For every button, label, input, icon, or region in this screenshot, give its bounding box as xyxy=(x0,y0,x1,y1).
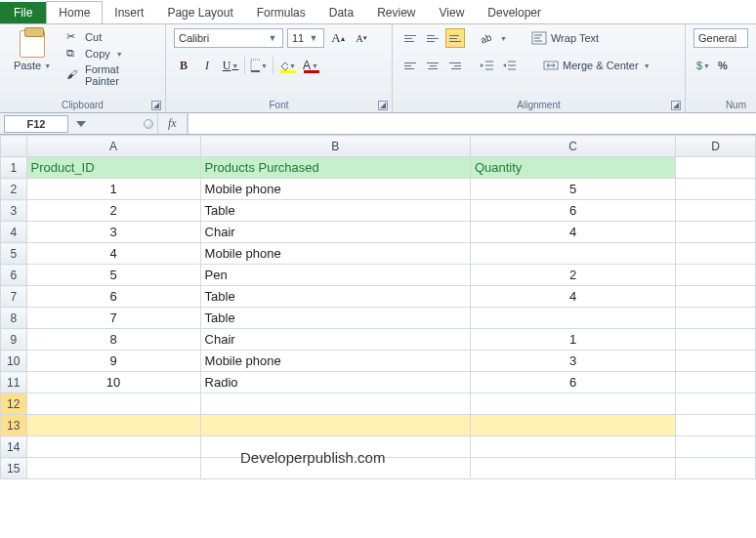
name-box[interactable]: F12 xyxy=(4,115,68,133)
wrap-text-button[interactable]: Wrap Text xyxy=(526,28,604,48)
align-left-button[interactable] xyxy=(400,56,420,75)
cut-button[interactable]: ✂Cut xyxy=(66,30,155,44)
cell[interactable] xyxy=(676,265,756,286)
cell[interactable]: Table xyxy=(200,286,470,308)
font-color-button[interactable]: A▼ xyxy=(301,56,320,75)
cell[interactable]: 10 xyxy=(26,372,200,393)
alignment-dialog-launcher[interactable]: ◢ xyxy=(671,101,681,110)
align-center-button[interactable] xyxy=(423,56,442,75)
cell[interactable]: 2 xyxy=(470,265,675,286)
cell[interactable]: Radio xyxy=(200,372,470,393)
cell[interactable] xyxy=(470,458,675,479)
font-name-combo[interactable]: Calibri▼ xyxy=(174,28,283,48)
cell[interactable]: 6 xyxy=(26,286,200,308)
cell[interactable]: 3 xyxy=(26,222,200,243)
row-header[interactable]: 9 xyxy=(1,329,27,351)
cell[interactable]: 5 xyxy=(470,179,675,200)
cell[interactable] xyxy=(26,458,200,479)
row-header[interactable]: 8 xyxy=(1,308,27,329)
fill-color-button[interactable]: ▼ xyxy=(277,56,297,75)
row-header[interactable]: 13 xyxy=(1,415,27,436)
row-header[interactable]: 7 xyxy=(1,286,27,308)
cell[interactable] xyxy=(26,436,200,458)
underline-button[interactable]: U▼ xyxy=(221,56,240,75)
cell[interactable]: Products Purchased xyxy=(200,157,470,179)
column-header-a[interactable]: A xyxy=(26,136,200,157)
name-box-handle[interactable] xyxy=(144,119,153,129)
cell[interactable]: Product_ID xyxy=(26,157,200,179)
tab-data[interactable]: Data xyxy=(317,2,365,23)
number-format-combo[interactable]: General xyxy=(693,28,748,48)
cell[interactable]: 3 xyxy=(470,351,675,372)
cell[interactable] xyxy=(676,372,756,393)
cell[interactable]: 4 xyxy=(470,222,675,243)
cell[interactable] xyxy=(200,415,470,436)
cell[interactable]: Mobile phone xyxy=(200,243,470,265)
cell[interactable]: 7 xyxy=(26,308,200,329)
cell[interactable] xyxy=(676,157,756,179)
tab-view[interactable]: View xyxy=(428,2,477,23)
cell[interactable]: 6 xyxy=(470,200,675,222)
border-button[interactable]: ▼ xyxy=(249,56,269,75)
row-header[interactable]: 15 xyxy=(1,458,27,479)
accounting-format-button[interactable]: $▼ xyxy=(693,56,713,75)
row-header[interactable]: 5 xyxy=(1,243,27,265)
cell[interactable]: Chair xyxy=(200,222,470,243)
copy-button[interactable]: ⧉Copy▼ xyxy=(66,47,155,61)
font-dialog-launcher[interactable]: ◢ xyxy=(378,101,388,110)
cell[interactable] xyxy=(676,200,756,222)
row-header[interactable]: 10 xyxy=(1,351,27,372)
cell[interactable] xyxy=(676,393,756,415)
grow-font-button[interactable]: A▴ xyxy=(328,28,348,48)
tab-developer[interactable]: Developer xyxy=(476,2,553,23)
row-header[interactable]: 11 xyxy=(1,372,27,393)
cell[interactable]: Pen xyxy=(200,265,470,286)
cell[interactable] xyxy=(470,243,675,265)
column-header-d[interactable]: D xyxy=(676,136,756,157)
align-top-button[interactable] xyxy=(400,28,420,48)
merge-center-button[interactable]: Merge & Center▼ xyxy=(538,56,655,75)
cell[interactable] xyxy=(676,243,756,265)
name-box-dropdown[interactable] xyxy=(76,121,86,127)
cell[interactable] xyxy=(676,351,756,372)
cell[interactable]: Table xyxy=(200,308,470,329)
orientation-button[interactable]: ab xyxy=(477,28,496,48)
cell[interactable]: 2 xyxy=(26,200,200,222)
tab-review[interactable]: Review xyxy=(365,2,427,23)
spreadsheet-grid[interactable]: A B C D 1 Product_ID Products Purchased … xyxy=(0,135,756,538)
tab-formulas[interactable]: Formulas xyxy=(245,2,317,23)
align-middle-button[interactable] xyxy=(423,28,442,48)
tab-home[interactable]: Home xyxy=(46,1,103,23)
cell[interactable] xyxy=(676,222,756,243)
select-all-corner[interactable] xyxy=(1,136,27,157)
cell[interactable] xyxy=(470,436,675,458)
row-header[interactable]: 4 xyxy=(1,222,27,243)
cell[interactable]: 6 xyxy=(470,372,675,393)
cell[interactable]: 4 xyxy=(26,243,200,265)
row-header[interactable]: 3 xyxy=(1,200,27,222)
tab-page-layout[interactable]: Page Layout xyxy=(155,2,244,23)
bold-button[interactable]: B xyxy=(174,56,193,75)
cell[interactable]: 8 xyxy=(26,329,200,351)
cell[interactable]: 5 xyxy=(26,265,200,286)
cell[interactable] xyxy=(470,393,675,415)
cell[interactable] xyxy=(676,308,756,329)
cell[interactable] xyxy=(676,436,756,458)
cell[interactable] xyxy=(676,458,756,479)
cell[interactable]: Quantity xyxy=(470,157,675,179)
row-header[interactable]: 6 xyxy=(1,265,27,286)
row-header[interactable]: 2 xyxy=(1,179,27,200)
tab-insert[interactable]: Insert xyxy=(103,2,155,23)
cell[interactable] xyxy=(470,415,675,436)
cell[interactable]: Mobile phone xyxy=(200,351,470,372)
column-header-b[interactable]: B xyxy=(200,136,470,157)
cell[interactable] xyxy=(200,393,470,415)
cell[interactable] xyxy=(470,308,675,329)
row-header[interactable]: 14 xyxy=(1,436,27,458)
font-size-combo[interactable]: 11▼ xyxy=(287,28,324,48)
align-right-button[interactable] xyxy=(445,56,465,75)
cell[interactable]: Table xyxy=(200,200,470,222)
cell[interactable]: 9 xyxy=(26,351,200,372)
formula-input[interactable] xyxy=(188,113,756,134)
cell[interactable] xyxy=(676,286,756,308)
